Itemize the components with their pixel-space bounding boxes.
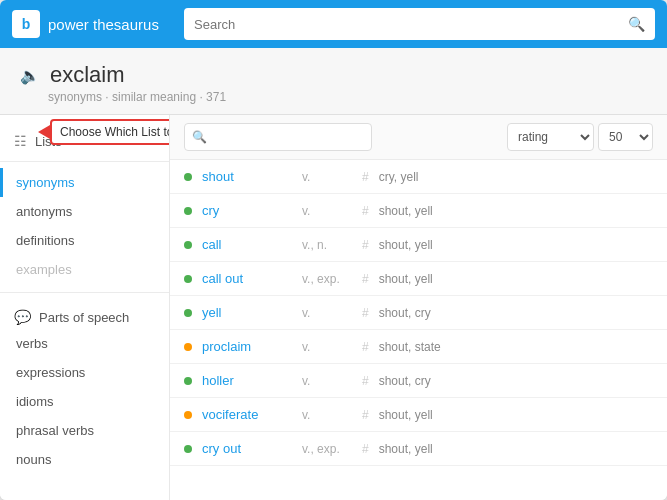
table-row: cry v. # shout, yell — [170, 194, 667, 228]
result-related: shout, cry — [379, 374, 431, 388]
parts-header: 💬 Parts of speech — [0, 301, 169, 329]
result-dot — [184, 241, 192, 249]
result-related: shout, yell — [379, 238, 433, 252]
result-pos: v. — [302, 374, 352, 388]
logo-icon: b — [12, 10, 40, 38]
sidebar-item-synonyms[interactable]: synonyms — [0, 168, 169, 197]
sidebar-item-examples: examples — [0, 255, 169, 284]
result-hash: # — [362, 238, 369, 252]
rating-filter[interactable]: rating a-z relevance — [507, 123, 594, 151]
result-word[interactable]: call — [202, 237, 292, 252]
parts-icon: 💬 — [14, 309, 31, 325]
result-related: shout, cry — [379, 306, 431, 320]
result-hash: # — [362, 340, 369, 354]
results-panel: 🔍 rating a-z relevance 50 100 200 — [170, 115, 667, 500]
search-bar[interactable]: 🔍 — [184, 8, 655, 40]
result-pos: v. — [302, 340, 352, 354]
sidebar-item-antonyms[interactable]: antonyms — [0, 197, 169, 226]
table-row: proclaim v. # shout, state — [170, 330, 667, 364]
results-list: shout v. # cry, yell cry v. # shout, yel… — [170, 160, 667, 466]
result-pos: v., exp. — [302, 442, 352, 456]
results-search-wrap: 🔍 — [184, 123, 499, 151]
result-dot — [184, 207, 192, 215]
result-pos: v., exp. — [302, 272, 352, 286]
table-row: call v., n. # shout, yell — [170, 228, 667, 262]
table-row: vociferate v. # shout, yell — [170, 398, 667, 432]
result-hash: # — [362, 306, 369, 320]
result-hash: # — [362, 170, 369, 184]
sidebar-item-nouns[interactable]: nouns — [0, 445, 169, 474]
logo-area: b power thesaurus — [12, 10, 172, 38]
sidebar: ☷ Lists › Choose Which List to View syno… — [0, 115, 170, 500]
app-header: b power thesaurus 🔍 — [0, 0, 667, 48]
lists-header[interactable]: ☷ Lists › Choose Which List to View — [0, 127, 169, 155]
table-row: holler v. # shout, cry — [170, 364, 667, 398]
table-row: shout v. # cry, yell — [170, 160, 667, 194]
app-window: b power thesaurus 🔍 🔈 exclaim synonyms ·… — [0, 0, 667, 500]
word-title-row: 🔈 exclaim — [20, 62, 647, 88]
result-pos: v. — [302, 306, 352, 320]
filter-select-wrap: rating a-z relevance 50 100 200 — [507, 123, 653, 151]
result-dot — [184, 377, 192, 385]
result-pos: v. — [302, 204, 352, 218]
divider-parts — [0, 292, 169, 293]
word-title: exclaim — [50, 62, 125, 88]
sidebar-item-idioms[interactable]: idioms — [0, 387, 169, 416]
result-related: shout, state — [379, 340, 441, 354]
lists-chevron: › — [151, 135, 155, 147]
result-word[interactable]: call out — [202, 271, 292, 286]
speaker-icon[interactable]: 🔈 — [20, 66, 40, 85]
result-dot — [184, 411, 192, 419]
result-hash: # — [362, 272, 369, 286]
parts-section: 💬 Parts of speech verbs expressions idio… — [0, 301, 169, 474]
result-word[interactable]: yell — [202, 305, 292, 320]
result-dot — [184, 275, 192, 283]
table-row: yell v. # shout, cry — [170, 296, 667, 330]
main-content: ☷ Lists › Choose Which List to View syno… — [0, 115, 667, 500]
app-name: power thesaurus — [48, 16, 159, 33]
result-word[interactable]: vociferate — [202, 407, 292, 422]
result-related: shout, yell — [379, 442, 433, 456]
result-word[interactable]: proclaim — [202, 339, 292, 354]
search-icon[interactable]: 🔍 — [628, 16, 645, 32]
result-related: shout, yell — [379, 272, 433, 286]
result-word[interactable]: cry — [202, 203, 292, 218]
result-dot — [184, 173, 192, 181]
result-pos: v., n. — [302, 238, 352, 252]
result-hash: # — [362, 204, 369, 218]
result-dot — [184, 309, 192, 317]
search-input[interactable] — [194, 17, 620, 32]
divider-lists — [0, 161, 169, 162]
sidebar-item-expressions[interactable]: expressions — [0, 358, 169, 387]
result-hash: # — [362, 374, 369, 388]
count-filter[interactable]: 50 100 200 — [598, 123, 653, 151]
result-hash: # — [362, 442, 369, 456]
result-related: shout, yell — [379, 204, 433, 218]
sidebar-item-phrasal-verbs[interactable]: phrasal verbs — [0, 416, 169, 445]
lists-header-left: ☷ Lists — [14, 133, 62, 149]
lists-icon: ☷ — [14, 133, 27, 149]
results-search-input[interactable] — [184, 123, 372, 151]
results-filter-icon: 🔍 — [192, 130, 207, 144]
table-row: call out v., exp. # shout, yell — [170, 262, 667, 296]
result-related: shout, yell — [379, 408, 433, 422]
result-word[interactable]: holler — [202, 373, 292, 388]
result-pos: v. — [302, 408, 352, 422]
result-dot — [184, 445, 192, 453]
result-word[interactable]: cry out — [202, 441, 292, 456]
word-header: 🔈 exclaim synonyms · similar meaning · 3… — [0, 48, 667, 115]
result-hash: # — [362, 408, 369, 422]
lists-label: Lists — [35, 134, 62, 149]
sidebar-item-definitions[interactable]: definitions — [0, 226, 169, 255]
result-word[interactable]: shout — [202, 169, 292, 184]
word-subtitle: synonyms · similar meaning · 371 — [48, 90, 647, 104]
sidebar-item-verbs[interactable]: verbs — [0, 329, 169, 358]
lists-section: ☷ Lists › Choose Which List to View syno… — [0, 127, 169, 284]
results-toolbar: 🔍 rating a-z relevance 50 100 200 — [170, 115, 667, 160]
result-dot — [184, 343, 192, 351]
result-pos: v. — [302, 170, 352, 184]
result-related: cry, yell — [379, 170, 419, 184]
table-row: cry out v., exp. # shout, yell — [170, 432, 667, 466]
parts-label: Parts of speech — [39, 310, 129, 325]
